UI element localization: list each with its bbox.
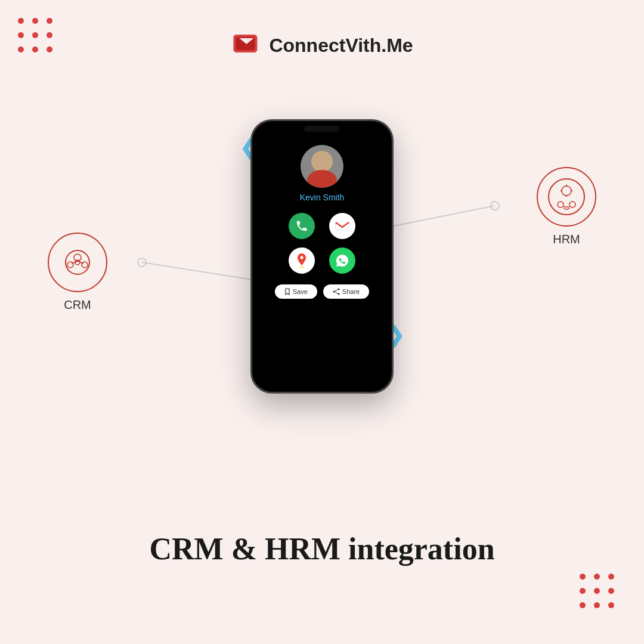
- svg-point-10: [82, 262, 88, 268]
- dot: [18, 18, 24, 24]
- dot: [608, 574, 614, 580]
- share-button[interactable]: Share: [323, 284, 369, 299]
- svg-point-21: [569, 202, 575, 208]
- bottom-buttons: Save Share: [275, 284, 369, 299]
- dot: [608, 588, 614, 594]
- dot: [608, 602, 614, 608]
- svg-point-20: [558, 202, 564, 208]
- contact-name: Kevin Smith: [300, 193, 345, 202]
- logo-icon: [231, 30, 262, 61]
- main-title: CRM & HRM integration: [149, 531, 494, 566]
- gmail-button[interactable]: [329, 213, 355, 239]
- dot: [580, 574, 586, 580]
- svg-point-24: [301, 256, 304, 259]
- dot: [594, 588, 600, 594]
- avatar-body: [307, 170, 337, 188]
- svg-line-3: [142, 262, 256, 280]
- svg-point-4: [138, 258, 146, 267]
- save-button[interactable]: Save: [275, 284, 317, 299]
- action-row-1: [289, 213, 355, 239]
- svg-point-13: [75, 260, 80, 265]
- whatsapp-button[interactable]: [329, 247, 355, 274]
- avatar: [301, 145, 343, 188]
- decorative-dots-top-left: [18, 18, 52, 52]
- svg-point-25: [299, 267, 304, 268]
- save-label: Save: [293, 288, 308, 295]
- dot: [594, 602, 600, 608]
- crm-label: CRM: [64, 298, 91, 312]
- svg-line-30: [334, 292, 339, 294]
- svg-point-9: [67, 262, 73, 268]
- crm-section: CRM: [48, 233, 107, 312]
- decorative-dots-bottom-right: [580, 574, 614, 608]
- svg-point-15: [562, 186, 571, 196]
- phone-mockup: ❯❯ ❯❯ Kevin Smith: [250, 119, 394, 394]
- svg-line-5: [391, 206, 495, 227]
- hrm-icon-circle: [537, 167, 596, 227]
- dot: [47, 18, 52, 24]
- dot: [47, 47, 52, 52]
- hrm-icon: [546, 176, 587, 218]
- crm-icon-circle: [48, 233, 107, 292]
- brand-name: ConnectVith.Me: [269, 35, 413, 57]
- action-row-2: [289, 247, 355, 274]
- dot: [580, 602, 586, 608]
- hrm-section: HRM: [537, 167, 596, 246]
- dot: [32, 32, 38, 38]
- phone-frame: Kevin Smith: [250, 119, 394, 394]
- dot: [32, 18, 38, 24]
- dot: [18, 32, 24, 38]
- svg-point-6: [491, 202, 499, 210]
- dot: [47, 32, 52, 38]
- maps-button[interactable]: [289, 247, 315, 274]
- dot: [32, 47, 38, 52]
- hrm-label: HRM: [553, 233, 580, 246]
- phone-screen: Kevin Smith: [252, 121, 392, 392]
- share-label: Share: [342, 288, 360, 295]
- dot: [594, 574, 600, 580]
- crm-icon: [60, 244, 95, 280]
- avatar-head: [311, 151, 333, 172]
- svg-line-29: [334, 289, 339, 292]
- dot: [18, 47, 24, 52]
- header: ConnectVith.Me: [231, 30, 413, 61]
- dot: [580, 588, 586, 594]
- call-button[interactable]: [289, 213, 315, 239]
- phone-notch: [304, 126, 340, 132]
